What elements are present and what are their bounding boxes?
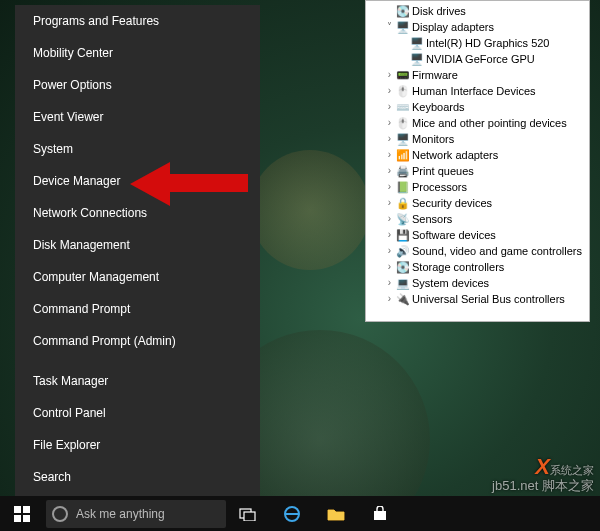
chevron-right-icon[interactable]: › — [384, 211, 395, 227]
tree-node-firmware[interactable]: ›📟Firmware — [370, 67, 585, 83]
chevron-down-icon[interactable]: ˅ — [384, 19, 395, 35]
edge-icon — [283, 505, 301, 523]
tree-node-intel-r-hd-graphics-520[interactable]: 🖥️Intel(R) HD Graphics 520 — [370, 35, 585, 51]
tree-label: Human Interface Devices — [410, 83, 536, 99]
device-icon: 📟 — [395, 69, 410, 82]
folder-icon — [327, 507, 345, 521]
taskbar-app-store[interactable] — [358, 496, 402, 531]
windows-logo-icon — [14, 506, 30, 522]
device-icon: 🖨️ — [395, 165, 410, 178]
winx-item-programs-and-features[interactable]: Programs and Features — [15, 5, 260, 37]
chevron-right-icon[interactable]: › — [384, 163, 395, 179]
tree-node-mice-and-other-pointing-devices[interactable]: ›🖱️Mice and other pointing devices — [370, 115, 585, 131]
taskbar-app-edge[interactable] — [270, 496, 314, 531]
chevron-right-icon[interactable]: › — [384, 243, 395, 259]
tree-label: Processors — [410, 179, 467, 195]
chevron-right-icon[interactable]: › — [384, 147, 395, 163]
taskbar: Ask me anything — [0, 496, 600, 531]
taskbar-app-explorer[interactable] — [314, 496, 358, 531]
winx-item-command-prompt-admin[interactable]: Command Prompt (Admin) — [15, 325, 260, 357]
winx-item-event-viewer[interactable]: Event Viewer — [15, 101, 260, 133]
chevron-right-icon[interactable]: › — [384, 275, 395, 291]
svg-rect-5 — [244, 512, 255, 521]
cortana-search-box[interactable]: Ask me anything — [46, 500, 226, 528]
chevron-right-icon[interactable]: › — [384, 179, 395, 195]
chevron-right-icon[interactable]: › — [384, 195, 395, 211]
tree-node-human-interface-devices[interactable]: ›🖱️Human Interface Devices — [370, 83, 585, 99]
tree-label: Sensors — [410, 211, 452, 227]
tree-label: Software devices — [410, 227, 496, 243]
cortana-placeholder: Ask me anything — [76, 507, 165, 521]
store-icon — [372, 506, 388, 522]
winx-item-computer-management[interactable]: Computer Management — [15, 261, 260, 293]
device-icon: 🖥️ — [395, 21, 410, 34]
tree-label: Firmware — [410, 67, 458, 83]
winx-menu: Programs and FeaturesMobility CenterPowe… — [15, 5, 260, 496]
tree-node-network-adapters[interactable]: ›📶Network adapters — [370, 147, 585, 163]
device-icon: 🖱️ — [395, 85, 410, 98]
device-icon: 🖥️ — [409, 37, 424, 50]
tree-node-universal-serial-bus-controllers[interactable]: ›🔌Universal Serial Bus controllers — [370, 291, 585, 307]
winx-item-mobility-center[interactable]: Mobility Center — [15, 37, 260, 69]
tree-label: Intel(R) HD Graphics 520 — [424, 35, 550, 51]
winx-item-power-options[interactable]: Power Options — [15, 69, 260, 101]
device-icon: 🖥️ — [395, 133, 410, 146]
watermark: X系统之家 jb51.net 脚本之家 — [492, 455, 594, 493]
tree-node-software-devices[interactable]: ›💾Software devices — [370, 227, 585, 243]
tree-node-sensors[interactable]: ›📡Sensors — [370, 211, 585, 227]
tree-label: Network adapters — [410, 147, 498, 163]
winx-item-search[interactable]: Search — [15, 461, 260, 493]
winx-item-file-explorer[interactable]: File Explorer — [15, 429, 260, 461]
winx-item-device-manager[interactable]: Device Manager — [15, 165, 260, 197]
winx-item-disk-management[interactable]: Disk Management — [15, 229, 260, 261]
task-view-button[interactable] — [226, 496, 270, 531]
tree-node-nvidia-geforce-gpu[interactable]: 🖥️NVIDIA GeForce GPU — [370, 51, 585, 67]
winx-item-network-connections[interactable]: Network Connections — [15, 197, 260, 229]
tree-node-system-devices[interactable]: ›💻System devices — [370, 275, 585, 291]
tree-label: Keyboards — [410, 99, 465, 115]
device-icon: ⌨️ — [395, 101, 410, 114]
device-icon: 📡 — [395, 213, 410, 226]
chevron-right-icon[interactable]: › — [384, 99, 395, 115]
device-icon: 💾 — [395, 229, 410, 242]
tree-node-processors[interactable]: ›📗Processors — [370, 179, 585, 195]
tree-label: NVIDIA GeForce GPU — [424, 51, 535, 67]
tree-label: Security devices — [410, 195, 492, 211]
svg-rect-3 — [23, 515, 30, 522]
tree-node-sound-video-and-game-controllers[interactable]: ›🔊Sound, video and game controllers — [370, 243, 585, 259]
device-icon: 💽 — [395, 5, 410, 18]
tree-node-print-queues[interactable]: ›🖨️Print queues — [370, 163, 585, 179]
chevron-right-icon[interactable]: › — [384, 115, 395, 131]
chevron-right-icon[interactable]: › — [384, 131, 395, 147]
tree-label: System devices — [410, 275, 489, 291]
chevron-right-icon[interactable]: › — [384, 227, 395, 243]
tree-node-display-adapters[interactable]: ˅🖥️Display adapters — [370, 19, 585, 35]
winx-item-control-panel[interactable]: Control Panel — [15, 397, 260, 429]
device-icon: 💻 — [395, 277, 410, 290]
tree-node-keyboards[interactable]: ›⌨️Keyboards — [370, 99, 585, 115]
cortana-ring-icon — [52, 506, 68, 522]
device-icon: 📶 — [395, 149, 410, 162]
tree-node-security-devices[interactable]: ›🔒Security devices — [370, 195, 585, 211]
winx-item-task-manager[interactable]: Task Manager — [15, 365, 260, 397]
svg-rect-2 — [14, 515, 21, 522]
tree-node-monitors[interactable]: ›🖥️Monitors — [370, 131, 585, 147]
svg-rect-0 — [14, 506, 21, 513]
svg-rect-7 — [374, 511, 386, 520]
winx-item-command-prompt[interactable]: Command Prompt — [15, 293, 260, 325]
start-button[interactable] — [0, 496, 44, 531]
tree-label: Print queues — [410, 163, 474, 179]
chevron-right-icon[interactable]: › — [384, 67, 395, 83]
chevron-right-icon[interactable]: › — [384, 291, 395, 307]
winx-item-system[interactable]: System — [15, 133, 260, 165]
tree-label: Disk drives — [410, 3, 466, 19]
tree-node-disk-drives[interactable]: 💽Disk drives — [370, 3, 585, 19]
device-icon: 📗 — [395, 181, 410, 194]
device-manager-window: 💽Disk drives˅🖥️Display adapters🖥️Intel(R… — [365, 0, 590, 322]
task-view-icon — [239, 507, 257, 521]
tree-node-storage-controllers[interactable]: ›💽Storage controllers — [370, 259, 585, 275]
chevron-right-icon[interactable]: › — [384, 83, 395, 99]
device-icon: 💽 — [395, 261, 410, 274]
tree-label: Mice and other pointing devices — [410, 115, 567, 131]
chevron-right-icon[interactable]: › — [384, 259, 395, 275]
